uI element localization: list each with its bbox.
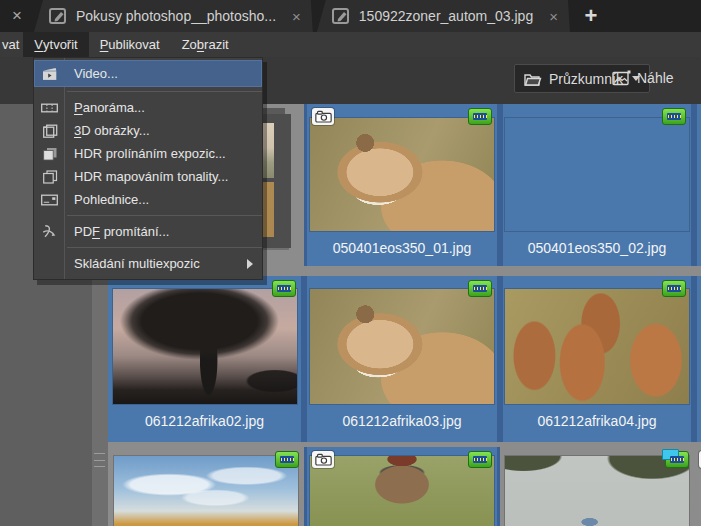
camera-badge-icon: [312, 451, 334, 468]
menu-item-skl-d-n-multiexpozic[interactable]: Skládání multiexpozic: [34, 252, 262, 275]
jpeg-format-badge: [272, 280, 296, 297]
thumbnail-cell-lion[interactable]: 050401eos350_01.jpg: [304, 104, 500, 266]
picture-icon: [612, 70, 631, 86]
menu-item-pdf-prom-t-n[interactable]: PDF promítání...: [34, 220, 262, 243]
menu-item-label: HDR mapováním tonality...: [74, 169, 228, 184]
menu-item-label: 3D obrázky...: [74, 123, 150, 138]
photo-lion: [310, 118, 494, 231]
menubar-item-publikovat[interactable]: Publikovat: [89, 32, 171, 57]
thumbnail-cell-basket[interactable]: [304, 447, 500, 526]
close-tab-icon[interactable]: ×: [547, 8, 560, 25]
menu-item-panor-ma[interactable]: Panoráma...: [34, 96, 262, 119]
menu-item-label: Video...: [74, 66, 118, 81]
jpeg-format-badge: [468, 280, 492, 297]
photo-basket: [310, 456, 494, 526]
menu-item-video[interactable]: Video...: [34, 60, 262, 87]
thumbnail-cell-partial[interactable]: [694, 276, 701, 442]
jpeg-format-badge: [662, 108, 686, 125]
tab-150922zoner[interactable]: 150922zoner_autom_03.jpg ×: [317, 0, 570, 32]
thumbnail-filename: 061212afrika04.jpg: [503, 413, 691, 429]
menu-separator: [67, 247, 262, 248]
menubar-item-partial[interactable]: vat: [0, 32, 23, 57]
thumbnail-filename: 061212afrika03.jpg: [307, 413, 497, 429]
submenu-arrow-icon: [247, 259, 253, 269]
scrollbar-grip[interactable]: [94, 453, 105, 467]
tab-pokusy-photoshop[interactable]: Pokusy photoshop__photosho... ×: [34, 0, 313, 32]
photo-balloon: [505, 118, 689, 231]
photo-water: [505, 456, 689, 526]
menu-item-label: PDF promítání...: [74, 224, 169, 239]
layers-filled-icon: [41, 145, 58, 162]
new-tab-button[interactable]: +: [574, 0, 608, 32]
thumbnail-row: [108, 447, 701, 526]
photo-tree: [113, 289, 297, 404]
thumbnail-cell-lion[interactable]: 061212afrika03.jpg: [304, 276, 500, 442]
layers-outline-icon: [41, 168, 58, 185]
create-dropdown-menu: Video...Panoráma...3D obrázky...HDR prol…: [33, 57, 263, 280]
camera-badge-icon: [312, 108, 334, 125]
stacked-frames-icon: [41, 122, 58, 139]
menu-bar: vat VytvořitPublikovatZobrazit: [0, 32, 701, 57]
close-tab-icon[interactable]: ×: [290, 8, 303, 25]
menu-item-pohlednice[interactable]: Pohlednice...: [34, 188, 262, 211]
thumbnail-filename: 050401eos350_02.jpg: [503, 240, 691, 256]
pdf-acrobat-icon: [41, 223, 58, 240]
postcard-icon: [41, 191, 58, 208]
jpeg-format-badge: [468, 108, 492, 125]
menu-item-label: Pohlednice...: [74, 192, 149, 207]
photo-field: [114, 456, 298, 526]
thumbnail-cell-partial[interactable]: [694, 447, 701, 526]
close-tab-icon[interactable]: ×: [0, 0, 34, 32]
thumbnail-filename: 061212afrika02.jpg: [108, 413, 301, 429]
clapperboard-icon: [41, 65, 58, 82]
photo-lion: [310, 289, 494, 404]
menu-item-label: HDR prolínáním expozic...: [74, 146, 226, 161]
edit-pencil-icon: [48, 6, 68, 26]
menu-item-label: Skládání multiexpozic: [74, 256, 200, 271]
thumbnails-view-button[interactable]: Náhle: [612, 64, 674, 91]
menu-separator: [67, 91, 262, 92]
thumbnail-filename: 050401eos350_01.jpg: [307, 240, 497, 256]
thumbnail-cell-tree[interactable]: 061212afrika02.jpg: [108, 276, 304, 442]
jpeg-format-badge: [662, 280, 686, 297]
tab-label: Pokusy photoshop__photosho...: [76, 8, 276, 24]
tab-bar: × Pokusy photoshop__photosho... × 150922…: [0, 0, 701, 32]
menu-item-hdr-prol-n-n-m-expozic[interactable]: HDR prolínáním expozic...: [34, 142, 262, 165]
thumbnail-cell-field[interactable]: [108, 447, 304, 526]
menubar-item-zobrazit[interactable]: Zobrazit: [171, 32, 240, 57]
jpeg-format-badge: [275, 451, 299, 468]
edit-pencil-icon: [331, 6, 351, 26]
menu-item-3d-obr-zky[interactable]: 3D obrázky...: [34, 119, 262, 142]
thumbnail-cell-balloon[interactable]: 050401eos350_02.jpg: [500, 104, 694, 266]
menu-separator: [67, 215, 262, 216]
tab-label: 150922zoner_autom_03.jpg: [359, 8, 533, 24]
jpeg-format-badge: [468, 451, 492, 468]
thumbnail-row: 061212afrika02.jpg061212afrika03.jpg0612…: [108, 276, 701, 442]
thumbnail-cell-water[interactable]: [500, 447, 694, 526]
thumbnail-cell-partial[interactable]: [694, 104, 701, 266]
thumbnails-button-label: Náhle: [637, 70, 674, 86]
tif-format-badge: [665, 451, 689, 468]
menu-item-hdr-mapov-n-m-tonality[interactable]: HDR mapováním tonality...: [34, 165, 262, 188]
photo-impala: [505, 289, 689, 404]
menubar-item-vytvo-it[interactable]: Vytvořit: [23, 32, 88, 57]
menu-item-label: Panoráma...: [74, 100, 145, 115]
panorama-icon: [41, 99, 58, 116]
thumbnail-cell-impala[interactable]: 061212afrika04.jpg: [500, 276, 694, 442]
open-folder-icon: [524, 72, 542, 86]
